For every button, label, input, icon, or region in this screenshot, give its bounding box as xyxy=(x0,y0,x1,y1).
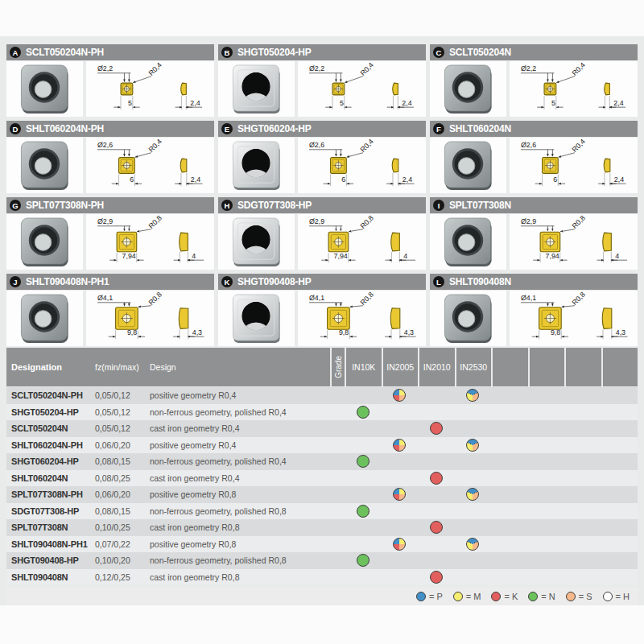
product-cell-body: 5 Ø2,2 R0,4 2,4 xyxy=(218,61,426,117)
grade-mark-PMS xyxy=(466,538,479,551)
grade-cell-IN2010 xyxy=(418,552,455,569)
drawing-svg: 5 Ø2,2 R0,4 2,4 xyxy=(298,61,426,117)
grade-mark-N xyxy=(357,406,369,419)
insert-photo xyxy=(430,214,506,270)
grade-cell-IN2010 xyxy=(418,404,455,421)
grade-cell-IN2530 xyxy=(455,519,492,536)
product-cell: K SHGT090408-HP 9,8 Ø4,1 R0,8 xyxy=(218,274,426,346)
cell-letter-badge: C xyxy=(433,47,444,58)
cell-title: SPLT07T308N-PH xyxy=(26,200,104,211)
width-dim: 6 xyxy=(130,175,134,184)
row-designation: SHLT090408N xyxy=(6,572,95,582)
hole-dia-dim: Ø2,9 xyxy=(309,217,324,225)
cell-letter-badge: I xyxy=(433,200,444,211)
grade-cell-IN2010 xyxy=(418,569,455,586)
grade-cell-IN2530 xyxy=(455,470,492,487)
grade-cell-IN2010 xyxy=(418,536,455,553)
grade-cell-IN2010 xyxy=(418,503,455,520)
corner-radius-dim: R0,8 xyxy=(359,214,375,230)
hole-dia-dim: Ø2,6 xyxy=(309,141,324,149)
grade-cell-IN10K xyxy=(345,536,382,553)
thickness-dim: 2,4 xyxy=(613,99,623,107)
grade-cell-IN2010 xyxy=(418,387,455,404)
product-cell: G SPLT07T308N-PH 7,94 Ø2,9 R0,8 xyxy=(6,197,214,270)
table-row: SHGT060204-HP 0,08/0,15 non-ferrous geom… xyxy=(6,453,638,470)
cell-letter-badge: D xyxy=(10,123,21,134)
cell-letter-badge: L xyxy=(433,276,444,287)
row-designation: SCLT050204N xyxy=(6,423,95,433)
table-body: SCLT050204N-PH 0,05/0,12 positive geomet… xyxy=(6,387,638,585)
table-row: SHLT090408N 0,12/0,25 cast iron geometry… xyxy=(6,569,638,586)
row-design: cast iron geometry R0,4 xyxy=(150,473,330,483)
table-row: SCLT050204N 0,05/0,12 cast iron geometry… xyxy=(6,420,638,437)
legend-bar: = P = M = K = N = S = H xyxy=(6,588,638,605)
technical-drawing: 5 Ø2,2 R0,4 2,4 xyxy=(298,61,426,117)
product-cell: D SHLT060204N-PH 6 Ø2,6 R0,4 xyxy=(6,121,214,193)
row-designation: SHLT090408N-PH1 xyxy=(6,539,95,549)
grade-cell-IN2010 xyxy=(418,470,455,487)
cell-title: SHLT060204N xyxy=(449,123,511,134)
grade-cell-IN10K xyxy=(345,404,382,421)
insert-photo xyxy=(218,291,295,346)
row-fz: 0,05/0,12 xyxy=(95,407,150,417)
product-cell-header: B SHGT050204-HP xyxy=(218,44,426,60)
width-dim: 5 xyxy=(551,99,555,107)
width-dim: 5 xyxy=(128,99,132,107)
table-row: SDGT07T308-HP 0,08/0,15 non-ferrous geom… xyxy=(6,503,638,520)
legend-color-dot xyxy=(603,592,613,601)
grade-cell-IN2005 xyxy=(382,420,419,437)
row-fz: 0,08/0,15 xyxy=(95,456,150,466)
grade-cell-IN2530 xyxy=(455,569,492,586)
grade-mark-PMS xyxy=(466,389,479,402)
cell-title: SHGT050204-HP xyxy=(237,47,311,58)
grade-cell-IN10K xyxy=(345,387,382,404)
legend-label: = K xyxy=(504,592,518,601)
corner-radius-dim: R0,8 xyxy=(359,291,375,307)
corner-radius-dim: R0,4 xyxy=(147,138,163,154)
technical-drawing: 7,94 Ø2,9 R0,8 4 xyxy=(510,214,638,270)
insert-photo-svg xyxy=(218,138,295,193)
cell-title: SHGT090408-HP xyxy=(237,276,311,287)
grade-cell-IN2530 xyxy=(455,420,492,437)
cell-title: SPLT07T308N xyxy=(449,200,511,211)
grade-cell-IN2530 xyxy=(455,552,492,569)
grade-cell-IN2010 xyxy=(418,519,455,536)
grade-cell-IN2005 xyxy=(382,470,419,487)
drawing-svg: 7,94 Ø2,9 R0,8 4 xyxy=(86,214,214,270)
corner-radius-dim: R0,4 xyxy=(359,61,375,77)
product-cell: I SPLT07T308N 7,94 Ø2,9 R0,8 xyxy=(430,197,638,270)
grade-cell-IN2530 xyxy=(455,536,492,553)
grade-cell-IN2005 xyxy=(382,404,419,421)
technical-drawing: 6 Ø2,6 R0,4 2,4 xyxy=(298,138,426,193)
product-cell: H SDGT07T308-HP 7,94 Ø2,9 R0,8 xyxy=(218,197,426,270)
insert-photo-svg xyxy=(430,138,506,193)
table-row: SHLT060204N 0,08/0,25 cast iron geometry… xyxy=(6,470,638,487)
corner-radius-dim: R0,8 xyxy=(571,214,587,230)
product-cell: A SCLT050204N-PH 5 Ø2,2 R0,4 xyxy=(6,44,214,117)
grade-mark-N xyxy=(357,455,369,468)
drawing-svg: 9,8 Ø4,1 R0,8 4,3 xyxy=(298,291,426,346)
legend-item: = N xyxy=(528,592,555,601)
row-design: positive geometry R0,4 xyxy=(150,440,330,450)
legend-label: = S xyxy=(579,592,592,601)
legend-item: = P xyxy=(416,592,443,601)
hole-dia-dim: Ø4,1 xyxy=(97,294,113,302)
row-design: cast iron geometry R0,4 xyxy=(150,423,330,433)
hole-dia-dim: Ø4,1 xyxy=(521,294,536,302)
cell-letter-badge: F xyxy=(433,123,444,134)
width-dim: 6 xyxy=(341,175,345,184)
grade-mark-K xyxy=(430,422,443,435)
grade-cell-IN2005 xyxy=(382,486,419,503)
row-design: cast iron geometry R0,8 xyxy=(150,572,330,582)
thickness-dim: 4,3 xyxy=(192,328,202,336)
row-design: positive geometry R0,8 xyxy=(150,539,330,549)
table-row: SHGT050204-HP 0,05/0,12 non-ferrous geom… xyxy=(6,404,638,421)
cell-title: SHLT090408N xyxy=(449,276,511,287)
legend-item: = H xyxy=(603,592,630,601)
row-designation: SPLT07T308N-PH xyxy=(6,489,95,499)
insert-photo xyxy=(218,138,295,193)
insert-photo-svg xyxy=(6,61,83,117)
table-row: SHLT060204N-PH 0,06/0,20 positive geomet… xyxy=(6,437,638,454)
grade-mark-PMKS xyxy=(393,538,406,551)
corner-radius-dim: R0,8 xyxy=(147,291,163,307)
